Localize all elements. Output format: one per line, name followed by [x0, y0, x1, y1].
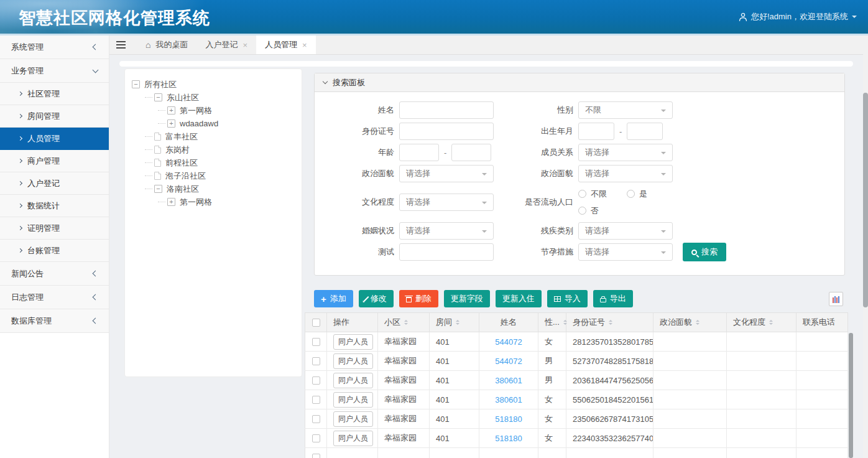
collapse-node-icon[interactable]: −	[132, 80, 140, 88]
radio-option-是[interactable]: 是	[627, 189, 664, 200]
sidebar-item-房间管理[interactable]: 房间管理	[0, 105, 109, 128]
sidebar-group-business[interactable]: 业务管理	[0, 59, 109, 83]
sidebar-item-台账管理[interactable]: 台账管理	[0, 240, 109, 262]
edit-button[interactable]: 修改	[359, 290, 394, 307]
household-members-button[interactable]: 同户人员	[333, 392, 373, 408]
expand-node-icon[interactable]: +	[167, 198, 175, 206]
update-fields-button[interactable]: 更新字段	[444, 290, 490, 307]
close-icon[interactable]: ×	[302, 41, 307, 49]
tree-node[interactable]: 泡子沿社区	[125, 169, 302, 182]
tree-node[interactable]: 东岗村	[125, 143, 302, 156]
sidebar-group-system[interactable]: 系统管理	[0, 35, 109, 59]
tree-node[interactable]: +第一网格	[125, 195, 302, 208]
column-header-community[interactable]: 小区	[378, 313, 430, 332]
household-members-button[interactable]: 同户人员	[333, 373, 373, 388]
select-input[interactable]: 请选择	[578, 243, 673, 261]
tab-入户登记[interactable]: 入户登记×	[196, 35, 256, 54]
user-menu[interactable]: 您好!admin，欢迎登陆系统	[739, 11, 857, 22]
sidebar-item-入户登记[interactable]: 入户登记	[0, 172, 109, 195]
household-members-button[interactable]: 同户人员	[333, 334, 373, 350]
select-input[interactable]: 请选择	[399, 222, 494, 240]
add-button[interactable]: +添加	[314, 290, 353, 307]
person-name-link[interactable]: 380601	[495, 376, 522, 385]
update-occupancy-button[interactable]: 更新入住	[496, 290, 542, 307]
search-button[interactable]: 搜索	[683, 243, 726, 261]
export-button[interactable]: 导出	[593, 290, 633, 307]
text-input[interactable]	[399, 123, 494, 140]
tab-我的桌面[interactable]: ⌂我的桌面	[137, 35, 196, 54]
expand-node-icon[interactable]: +	[167, 106, 175, 115]
tree-node[interactable]: −东山社区	[125, 91, 302, 104]
range-end-input[interactable]	[627, 123, 663, 140]
column-picker-button[interactable]	[829, 292, 843, 306]
checkbox-icon[interactable]	[312, 454, 320, 458]
sidebar-group-logs[interactable]: 日志管理	[0, 286, 109, 309]
radio-option-不限[interactable]: 不限	[578, 189, 627, 200]
select-input[interactable]: 请选择	[399, 165, 494, 182]
sidebar-group-database[interactable]: 数据库管理	[0, 309, 109, 333]
column-header-room[interactable]: 房间	[430, 313, 479, 332]
sort-icon[interactable]	[609, 318, 612, 327]
text-input[interactable]	[399, 101, 494, 119]
page-scrollbar-thumb[interactable]	[863, 93, 868, 307]
checkbox-icon[interactable]	[312, 396, 320, 404]
tree-node[interactable]: 富丰社区	[125, 130, 302, 143]
range-end-input[interactable]	[451, 144, 491, 161]
tree-node[interactable]: −所有社区	[125, 78, 302, 91]
range-start-input[interactable]	[578, 123, 614, 140]
table-scrollbar[interactable]	[849, 333, 853, 458]
collapse-node-icon[interactable]: −	[154, 185, 162, 193]
tree-node[interactable]: +第一网格	[125, 104, 302, 117]
sort-icon[interactable]	[696, 318, 699, 327]
select-input[interactable]: 请选择	[399, 194, 494, 211]
checkbox-icon[interactable]	[312, 376, 320, 385]
person-name-link[interactable]: 380601	[495, 395, 522, 404]
household-members-button[interactable]: 同户人员	[333, 353, 373, 369]
sidebar-item-证明管理[interactable]: 证明管理	[0, 217, 109, 240]
radio-option-否[interactable]: 否	[578, 205, 599, 217]
checkbox-icon[interactable]	[312, 357, 320, 365]
page-scrollbar[interactable]	[863, 35, 868, 458]
tree-node[interactable]: −洛南社区	[125, 182, 302, 195]
delete-button[interactable]: 删除	[399, 290, 438, 307]
household-members-button[interactable]: 同户人员	[333, 431, 373, 446]
tree-connector	[158, 110, 165, 111]
import-button[interactable]: 导入	[547, 290, 588, 307]
sort-icon[interactable]	[769, 318, 773, 327]
collapse-node-icon[interactable]: −	[154, 93, 162, 101]
sidebar-item-商户管理[interactable]: 商户管理	[0, 150, 109, 172]
tab-人员管理[interactable]: 人员管理×	[256, 35, 316, 54]
search-panel-header[interactable]: 搜索面板	[315, 73, 844, 92]
tree-node[interactable]: 前程社区	[125, 156, 302, 169]
sidebar-toggle-button[interactable]	[109, 35, 132, 54]
close-icon[interactable]: ×	[242, 41, 247, 49]
checkbox-icon[interactable]	[312, 338, 320, 346]
checkbox-icon[interactable]	[312, 415, 320, 423]
person-name-link[interactable]: 544072	[495, 357, 522, 366]
select-input[interactable]: 请选择	[578, 144, 673, 161]
sort-icon[interactable]	[456, 318, 459, 327]
column-header-gender[interactable]: 性...	[538, 313, 566, 332]
select-input[interactable]: 不限	[578, 101, 673, 119]
sidebar-group-news[interactable]: 新闻公告	[0, 262, 109, 286]
expand-node-icon[interactable]: +	[167, 119, 175, 128]
select-input[interactable]: 请选择	[578, 165, 673, 182]
checkbox-icon[interactable]	[312, 434, 320, 442]
sidebar-item-数据统计[interactable]: 数据统计	[0, 195, 109, 217]
person-name-link[interactable]: 544072	[495, 337, 522, 347]
range-start-input[interactable]	[399, 144, 439, 161]
column-header-politics[interactable]: 政治面貌	[653, 313, 727, 332]
checkbox-icon[interactable]	[312, 319, 320, 327]
select-all-header[interactable]	[305, 313, 327, 332]
person-name-link[interactable]: 518180	[495, 434, 522, 443]
tree-node[interactable]: +wdaadawd	[125, 117, 302, 130]
sort-icon[interactable]	[404, 318, 408, 327]
sidebar-item-社区管理[interactable]: 社区管理	[0, 83, 109, 105]
column-header-education[interactable]: 文化程度	[727, 313, 796, 332]
household-members-button[interactable]: 同户人员	[333, 411, 373, 427]
select-input[interactable]: 请选择	[578, 222, 673, 240]
person-name-link[interactable]: 518180	[495, 414, 522, 424]
text-input[interactable]	[399, 243, 494, 261]
sidebar-item-人员管理[interactable]: 人员管理	[0, 128, 109, 150]
column-header-id[interactable]: 身份证号	[566, 313, 653, 332]
